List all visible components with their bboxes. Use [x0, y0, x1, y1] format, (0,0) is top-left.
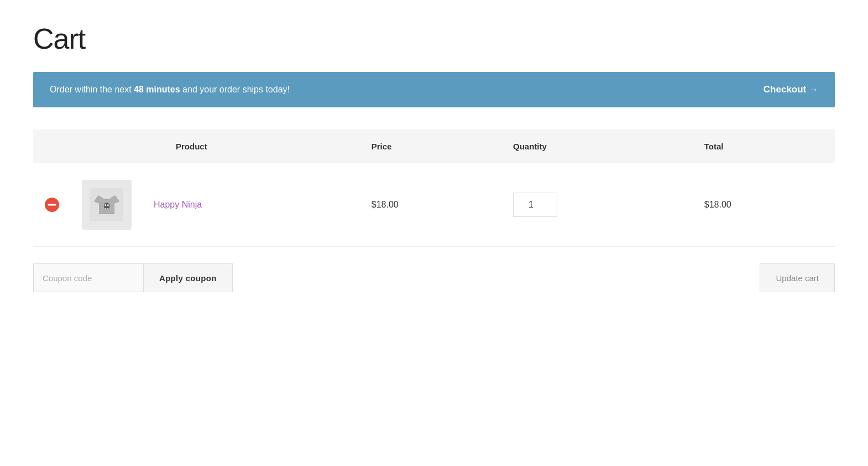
col-image-header [71, 130, 143, 163]
cart-table: Product Price Quantity Total [33, 130, 835, 247]
product-quantity-cell [502, 163, 693, 247]
table-header-row: Product Price Quantity Total [33, 130, 835, 163]
update-cart-button[interactable]: Update cart [760, 263, 835, 292]
col-quantity-header: Quantity [502, 130, 693, 163]
product-link[interactable]: Happy Ninja [154, 200, 202, 209]
coupon-area: Apply coupon [33, 263, 233, 292]
product-total-cell: $18.00 [693, 163, 835, 247]
quantity-input[interactable] [513, 193, 557, 217]
remove-circle-icon [44, 197, 60, 213]
remove-item-button[interactable] [44, 197, 60, 213]
cart-actions: Apply coupon Update cart [33, 247, 835, 303]
col-product-header: Product [143, 130, 360, 163]
product-image-cell [71, 163, 143, 247]
tshirt-icon [90, 188, 123, 221]
coupon-input[interactable] [33, 263, 144, 292]
product-price: $18.00 [372, 200, 399, 209]
page-title: Cart [33, 22, 835, 55]
svg-point-5 [107, 204, 109, 206]
table-row: Happy Ninja $18.00 $18.00 [33, 163, 835, 247]
notice-bar: Order within the next 48 minutes and you… [33, 72, 835, 107]
col-remove-header [33, 130, 71, 163]
product-name-cell: Happy Ninja [143, 163, 360, 247]
checkout-link[interactable]: Checkout → [764, 84, 818, 95]
notice-time-highlight: 48 minutes [134, 85, 180, 94]
svg-point-4 [104, 204, 106, 206]
remove-cell [33, 163, 71, 247]
product-price-cell: $18.00 [360, 163, 502, 247]
apply-coupon-button[interactable]: Apply coupon [144, 263, 233, 292]
notice-text-suffix: and your order ships today! [180, 85, 290, 94]
notice-bar-text: Order within the next 48 minutes and you… [50, 85, 290, 95]
col-price-header: Price [360, 130, 502, 163]
svg-point-3 [104, 203, 110, 209]
product-total: $18.00 [704, 200, 731, 209]
notice-text-prefix: Order within the next [50, 85, 134, 94]
col-total-header: Total [693, 130, 835, 163]
product-image [82, 180, 132, 230]
